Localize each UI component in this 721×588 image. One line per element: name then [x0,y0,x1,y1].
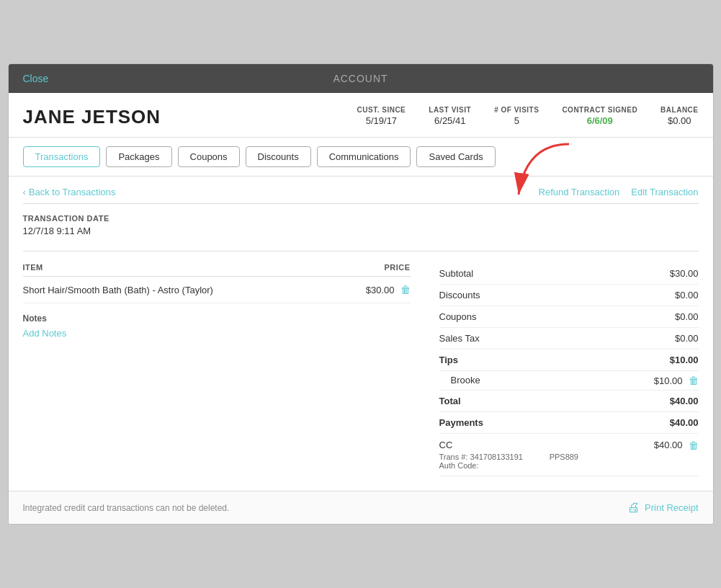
tab-packages[interactable]: Packages [106,146,171,167]
print-receipt-button[interactable]: 🖨 Print Receipt [627,500,698,515]
payment-type: CC [439,440,453,451]
stat-num-visits: # OF VISITS 5 [494,106,539,126]
tip-amount-value: $10.00 [654,375,683,386]
discounts-label: Discounts [439,290,480,300]
tip-sub-row-brooke: Brooke $10.00 🗑 [439,371,699,391]
chevron-left-icon: ‹ [23,187,26,197]
customer-stats: CUST. SINCE 5/19/17 LAST VISIT 6/25/41 #… [357,106,699,126]
tips-label: Tips [439,355,459,365]
action-links: Refund Transaction Edit Transaction [539,187,699,197]
footer-bar: Integrated credit card transactions can … [9,491,713,524]
edit-transaction-link[interactable]: Edit Transaction [631,187,698,197]
main-layout: ITEM PRICE Short Hair/Smooth Bath (Bath)… [23,251,699,476]
notes-label: Notes [23,313,411,324]
notes-section: Notes Add Notes [23,313,411,339]
summary-row-subtotal: Subtotal $30.00 [439,263,699,285]
close-button[interactable]: Close [23,73,49,84]
coupons-value: $0.00 [675,311,699,322]
refund-transaction-link[interactable]: Refund Transaction [539,187,620,197]
sales-tax-label: Sales Tax [439,333,480,344]
item-column-header: ITEM [23,263,43,272]
table-row: Short Hair/Smooth Bath (Bath) - Astro (T… [23,277,411,303]
tip-amount-group: $10.00 🗑 [654,375,699,386]
tabs-bar: Transactions Packages Coupons Discounts … [9,138,713,177]
items-header: ITEM PRICE [23,263,411,277]
left-column: ITEM PRICE Short Hair/Smooth Bath (Bath)… [23,251,425,476]
transaction-date-label: TRANSACTION DATE [23,214,699,223]
summary-row-tips: Tips $10.00 [439,349,699,371]
transaction-date-value: 12/7/18 9:11 AM [23,226,699,236]
summary-row-coupons: Coupons $0.00 [439,306,699,328]
coupons-label: Coupons [439,311,477,322]
top-bar: Close ACCOUNT [9,64,713,93]
customer-name: JANE JETSON [23,106,161,128]
subtotal-value: $30.00 [670,268,699,279]
summary-table: Subtotal $30.00 Discounts $0.00 Coupons … [439,263,699,476]
footer-note: Integrated credit card transactions can … [23,503,230,513]
summary-row-payments: Payments $40.00 [439,412,699,434]
tab-saved-cards[interactable]: Saved Cards [416,146,495,167]
payment-main: CC $40.00 🗑 [439,440,699,451]
item-name: Short Hair/Smooth Bath (Bath) - Astro (T… [23,285,213,295]
item-price-value: $30.00 [366,285,395,295]
tip-person-name: Brooke [451,375,480,386]
payment-detail-row: CC $40.00 🗑 Trans #: 341708133191 PPS889 [439,434,699,476]
auth-label: Auth Code: [439,461,479,470]
item-price-group: $30.00 🗑 [366,284,411,295]
delete-item-icon[interactable]: 🗑 [400,284,411,295]
customer-header: JANE JETSON CUST. SINCE 5/19/17 LAST VIS… [9,93,713,138]
summary-row-total: Total $40.00 [439,391,699,412]
delete-tip-icon[interactable]: 🗑 [689,375,699,386]
back-to-transactions-link[interactable]: ‹ Back to Transactions [23,187,116,197]
discounts-value: $0.00 [675,290,699,300]
tab-coupons[interactable]: Coupons [178,146,240,167]
delete-payment-icon[interactable]: 🗑 [689,440,699,451]
stat-contract: CONTRACT SIGNED 6/6/09 [562,106,637,126]
payments-value: $40.00 [670,417,699,428]
payment-amount: $40.00 [654,440,683,450]
action-bar: ‹ Back to Transactions Refund Transactio… [23,177,699,204]
main-window: Close ACCOUNT JANE JETSON CUST. SINCE 5/… [8,63,714,525]
trans-label: Trans #: [439,453,468,461]
sales-tax-value: $0.00 [675,333,699,344]
total-label: Total [439,396,461,406]
print-receipt-label: Print Receipt [645,502,698,513]
summary-row-discounts: Discounts $0.00 [439,285,699,306]
total-value: $40.00 [670,396,699,406]
stat-last-visit: LAST VISIT 6/25/41 [429,106,471,126]
stat-cust-since: CUST. SINCE 5/19/17 [357,106,406,126]
summary-row-sales-tax: Sales Tax $0.00 [439,328,699,349]
right-column: Subtotal $30.00 Discounts $0.00 Coupons … [425,251,699,476]
print-icon: 🖨 [627,500,640,515]
auth-value: PPS889 [550,453,578,461]
payment-details: Trans #: 341708133191 PPS889 Auth Code: [439,453,699,470]
price-column-header: PRICE [384,263,410,272]
tips-value: $10.00 [670,355,699,365]
tab-discounts[interactable]: Discounts [246,146,311,167]
trans-value: 341708133191 [470,453,523,461]
window-title: ACCOUNT [333,73,388,84]
items-section: ITEM PRICE Short Hair/Smooth Bath (Bath)… [23,263,411,303]
content-area: ‹ Back to Transactions Refund Transactio… [9,177,713,491]
transaction-info: TRANSACTION DATE 12/7/18 9:11 AM [23,204,699,251]
tab-transactions[interactable]: Transactions [23,146,101,167]
stat-balance: BALANCE $0.00 [660,106,698,126]
add-notes-link[interactable]: Add Notes [23,328,67,339]
tab-communications[interactable]: Communications [317,146,411,167]
payments-label: Payments [439,417,483,428]
subtotal-label: Subtotal [439,268,474,279]
payment-price-group: $40.00 🗑 [654,440,699,451]
